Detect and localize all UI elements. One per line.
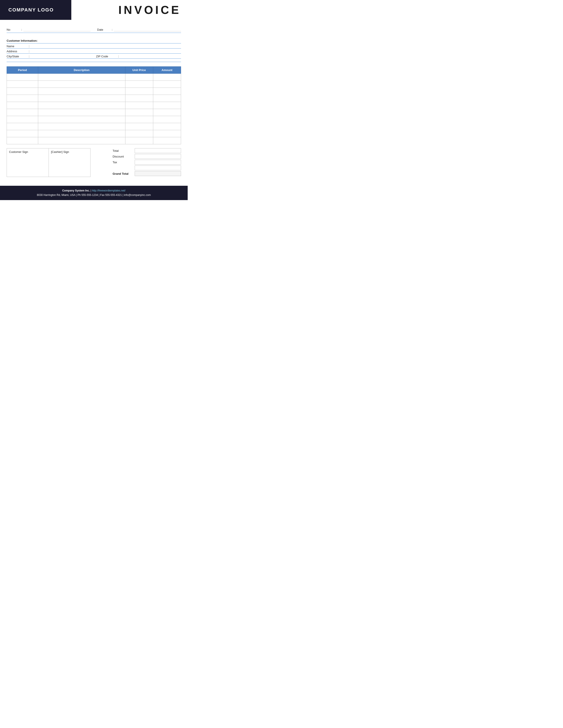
cell-period-7 xyxy=(7,123,38,130)
cell-price-8 xyxy=(125,130,153,137)
zip-label: ZIP Code xyxy=(96,55,118,58)
tax-label: Tax xyxy=(110,161,135,164)
th-unit-price: Unit Price xyxy=(125,67,153,74)
city-half: City/State : xyxy=(7,54,92,58)
cashier-sign-label: [Cashier] Sign xyxy=(51,150,69,154)
cell-period-2 xyxy=(7,88,38,95)
cell-price-7 xyxy=(125,123,153,130)
cashier-sign-box: [Cashier] Sign xyxy=(49,148,90,177)
cell-period-1 xyxy=(7,81,38,88)
date-label: Date xyxy=(97,28,110,31)
tax-value xyxy=(135,160,181,165)
customer-sign-label: Customer Sign xyxy=(9,150,28,154)
th-amount: Amount xyxy=(153,67,181,74)
footer-line1: Company System Inc. | http://freewordtem… xyxy=(4,188,183,193)
table-row xyxy=(7,130,181,137)
address-value xyxy=(31,49,181,53)
page-body: No : Date : Customer Information: Name :… xyxy=(0,20,188,179)
page-footer: Company System Inc. | http://freewordtem… xyxy=(0,186,188,200)
cell-desc-2 xyxy=(38,88,125,95)
name-row: Name : xyxy=(7,43,181,49)
cell-price-1 xyxy=(125,81,153,88)
page-header: COMPANY LOGO INVOICE xyxy=(0,0,188,20)
cell-price-6 xyxy=(125,116,153,123)
cell-amount-8 xyxy=(153,130,181,137)
total-value xyxy=(135,148,181,153)
th-description: Description xyxy=(38,67,125,74)
no-colon: : xyxy=(21,28,22,31)
cell-period-9 xyxy=(7,137,38,144)
discount-value xyxy=(135,154,181,159)
table-row xyxy=(7,81,181,88)
total-label: Total xyxy=(110,149,135,152)
cell-desc-6 xyxy=(38,116,125,123)
total-row: Total xyxy=(110,148,181,153)
cell-price-2 xyxy=(125,88,153,95)
cell-desc-4 xyxy=(38,102,125,109)
cell-desc-3 xyxy=(38,95,125,102)
logo-text: COMPANY LOGO xyxy=(6,7,54,13)
table-row xyxy=(7,137,181,144)
table-row xyxy=(7,116,181,123)
no-label: No xyxy=(7,28,20,31)
discount-label: Discount xyxy=(110,155,135,158)
footer-url[interactable]: http://freewordtemplates.net/ xyxy=(92,189,125,192)
city-zip-row: City/State : ZIP Code : xyxy=(7,54,181,59)
cell-price-0 xyxy=(125,74,153,81)
cell-period-5 xyxy=(7,109,38,116)
extra-value xyxy=(135,165,181,170)
invoice-table-wrap: Period Description Unit Price Amount xyxy=(7,66,181,144)
grand-total-row: Grand Total xyxy=(110,171,181,176)
no-value xyxy=(23,27,90,31)
name-value xyxy=(31,44,181,48)
extra-row xyxy=(110,165,181,170)
cell-period-4 xyxy=(7,102,38,109)
cell-amount-9 xyxy=(153,137,181,144)
cell-price-9 xyxy=(125,137,153,144)
table-row xyxy=(7,88,181,95)
cell-amount-4 xyxy=(153,102,181,109)
invoice-table: Period Description Unit Price Amount xyxy=(7,66,181,144)
meta-row: No : Date : xyxy=(7,27,181,33)
city-label: City/State xyxy=(7,55,29,58)
date-value xyxy=(114,27,181,31)
zip-value xyxy=(121,54,181,58)
footer-company: Company System Inc. xyxy=(62,189,90,192)
logo-area: COMPANY LOGO xyxy=(0,0,71,20)
zip-half: ZIP Code : xyxy=(92,54,181,58)
cell-amount-5 xyxy=(153,109,181,116)
date-colon: : xyxy=(112,28,113,31)
cell-amount-2 xyxy=(153,88,181,95)
invoice-title-area: INVOICE xyxy=(71,0,188,20)
table-row xyxy=(7,123,181,130)
customer-info-title: Customer Information: xyxy=(7,38,181,43)
cell-price-4 xyxy=(125,102,153,109)
cell-desc-7 xyxy=(38,123,125,130)
address-label: Address xyxy=(7,50,29,53)
city-value xyxy=(31,54,92,58)
cell-desc-9 xyxy=(38,137,125,144)
cell-period-0 xyxy=(7,74,38,81)
table-body xyxy=(7,74,181,144)
cell-period-6 xyxy=(7,116,38,123)
grand-total-label: Grand Total xyxy=(110,172,135,175)
cell-price-3 xyxy=(125,95,153,102)
table-header: Period Description Unit Price Amount xyxy=(7,67,181,74)
address-colon: : xyxy=(29,50,30,53)
name-label: Name xyxy=(7,45,29,48)
city-colon: : xyxy=(29,55,30,58)
cell-desc-1 xyxy=(38,81,125,88)
tax-row: Tax xyxy=(110,160,181,165)
name-colon: : xyxy=(29,45,30,48)
totals-section: Total Discount Tax Grand Total xyxy=(110,148,181,177)
cell-desc-0 xyxy=(38,74,125,81)
sign-boxes: Customer Sign [Cashier] Sign xyxy=(7,148,110,177)
date-field: Date : xyxy=(90,27,181,31)
discount-row: Discount xyxy=(110,154,181,159)
no-field: No : xyxy=(7,27,90,31)
cell-amount-0 xyxy=(153,74,181,81)
cell-amount-3 xyxy=(153,95,181,102)
footer-line2: 8030 Harrington Rd, Miami, USA | Ph 555-… xyxy=(4,193,183,197)
cell-period-3 xyxy=(7,95,38,102)
th-period: Period xyxy=(7,67,38,74)
